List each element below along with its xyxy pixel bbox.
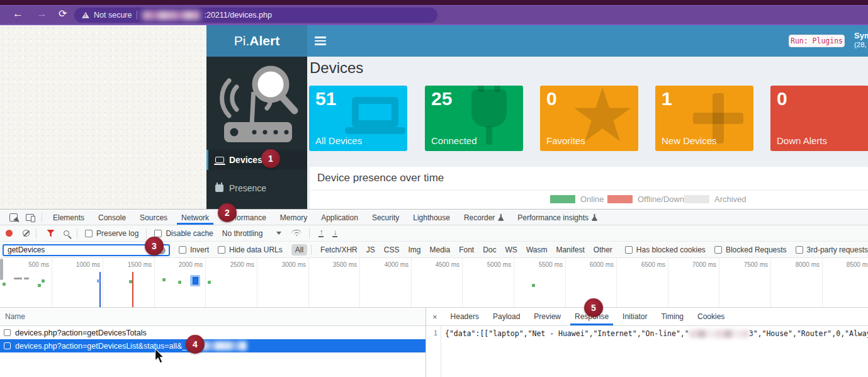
- flask-icon: [498, 214, 504, 221]
- filter-checkbox-invert[interactable]: Invert: [179, 245, 209, 254]
- small-blue-mark: [97, 279, 100, 283]
- laptop-icon: [215, 157, 224, 163]
- clear-icon[interactable]: [23, 230, 30, 237]
- reload-icon[interactable]: ⟳: [59, 8, 67, 20]
- network-conditions-icon[interactable]: [291, 230, 302, 237]
- chip-separator: [311, 245, 312, 255]
- checkbox-icon[interactable]: [179, 246, 186, 254]
- sync-status: Sym (28,: [854, 31, 868, 50]
- timeline-tick-label: 4500 ms: [415, 261, 459, 268]
- devtools-panel: ElementsConsoleSourcesNetworkPerformance…: [0, 209, 868, 377]
- tab-console[interactable]: Console: [91, 210, 133, 225]
- row-checkbox[interactable]: [4, 329, 11, 336]
- back-icon[interactable]: ←: [13, 8, 23, 20]
- summary-card-down-alerts[interactable]: 0Down Alerts: [770, 86, 868, 151]
- row-checkbox[interactable]: [4, 342, 11, 349]
- requests-pane: Name devices.php?action=getDevicesTotals…: [0, 308, 426, 377]
- filter-chip-css[interactable]: CSS: [380, 244, 403, 256]
- filter-chip-ws[interactable]: WS: [502, 244, 521, 256]
- filter-chip-fetch-xhr[interactable]: Fetch/XHR: [317, 244, 361, 256]
- filter-chip-img[interactable]: Img: [404, 244, 424, 256]
- close-icon[interactable]: ×: [426, 308, 444, 325]
- card-value: 51: [315, 88, 336, 110]
- summary-card-new-devices[interactable]: 1New Devices: [655, 86, 753, 151]
- tab-recorder[interactable]: Recorder: [457, 210, 510, 225]
- throttling-select[interactable]: No throttling: [222, 229, 263, 238]
- filter-checkbox-3rd-party-requests[interactable]: 3rd-party requests: [796, 245, 868, 254]
- request-mark: [532, 284, 535, 287]
- detail-tab-preview[interactable]: Preview: [527, 308, 568, 325]
- forward-icon[interactable]: →: [37, 8, 47, 20]
- timeline-gridline: [668, 258, 668, 307]
- tab-sources[interactable]: Sources: [133, 210, 174, 225]
- device-toolbar-icon[interactable]: [21, 210, 38, 225]
- checkbox-icon[interactable]: [714, 246, 722, 254]
- request-row[interactable]: devices.php?action=getDevicesTotals: [0, 326, 426, 339]
- detail-tab-payload[interactable]: Payload: [486, 308, 527, 325]
- pialert-logo[interactable]: Pi.Alert: [206, 25, 307, 57]
- timeline-gridline: [103, 258, 103, 307]
- response-viewer[interactable]: 1 {"data":[["laptop","Net - Huawei","Int…: [426, 326, 868, 377]
- filter-checkbox-hide-data-urls[interactable]: Hide data URLs: [218, 245, 283, 254]
- overview-scroll-handle[interactable]: [0, 259, 3, 280]
- checkbox-icon[interactable]: [796, 246, 803, 254]
- filter-chip-js[interactable]: JS: [363, 244, 379, 256]
- import-har-icon[interactable]: ↑: [318, 229, 324, 237]
- filter-checkbox-blocked-requests[interactable]: Blocked Requests: [714, 245, 787, 254]
- filter-chip-other[interactable]: Other: [590, 244, 616, 256]
- request-row[interactable]: devices.php?action=getDevicesList&status…: [0, 339, 426, 352]
- flask-icon: [592, 214, 597, 221]
- summary-card-favorites[interactable]: ★0Favorites: [540, 86, 638, 151]
- filter-chip-all[interactable]: All: [291, 244, 307, 256]
- tab-lighthouse[interactable]: Lighthouse: [406, 210, 457, 225]
- filter-checkbox-has-blocked-cookies[interactable]: Has blocked cookies: [625, 245, 706, 254]
- tab-label: Console: [98, 213, 126, 222]
- redacted-response-data: [689, 330, 749, 338]
- disable-cache-checkbox[interactable]: [154, 230, 162, 237]
- summary-card-connected[interactable]: 25Connected: [425, 86, 523, 151]
- card-label: New Devices: [662, 135, 717, 146]
- checkbox-icon[interactable]: [218, 246, 225, 254]
- filter-chip-wasm[interactable]: Wasm: [522, 244, 551, 256]
- checkbox-label: 3rd-party requests: [807, 245, 868, 254]
- search-icon[interactable]: [64, 230, 69, 236]
- filter-funnel-icon[interactable]: [47, 230, 55, 237]
- annotation-badge-3: 3: [145, 237, 164, 256]
- network-filter-row: getDevices ✕ InvertHide data URLsAllFetc…: [0, 242, 868, 258]
- inspect-element-icon[interactable]: [5, 210, 21, 225]
- checkbox-icon[interactable]: [625, 246, 633, 254]
- tab-security[interactable]: Security: [365, 210, 406, 225]
- filter-chip-font[interactable]: Font: [455, 244, 478, 256]
- filter-chip-manifest[interactable]: Manifest: [552, 244, 588, 256]
- sidebar-item-devices[interactable]: Devices: [206, 150, 307, 170]
- timeline-tick-label: 8000 ms: [775, 261, 820, 268]
- tab-memory[interactable]: Memory: [273, 210, 314, 225]
- card-value: 0: [546, 88, 557, 110]
- requests-column-header[interactable]: Name: [0, 308, 426, 326]
- presence-panel-title: Device presence over time: [317, 172, 444, 184]
- tab-application[interactable]: Application: [314, 210, 365, 225]
- tab-label: Network: [181, 213, 209, 222]
- detail-tab-timing[interactable]: Timing: [654, 308, 690, 325]
- preserve-log-checkbox[interactable]: [85, 230, 93, 237]
- record-icon[interactable]: [6, 230, 13, 237]
- filter-chip-doc[interactable]: Doc: [479, 244, 500, 256]
- tab-network[interactable]: Network: [174, 210, 216, 225]
- sidebar-item-presence[interactable]: Presence: [206, 178, 307, 198]
- timeline-tick-label: 3500 ms: [313, 261, 357, 268]
- run-plugins-button[interactable]: Run: Plugins: [789, 35, 845, 47]
- export-har-icon[interactable]: ↓: [332, 229, 337, 237]
- tab-elements[interactable]: Elements: [46, 210, 91, 225]
- detail-tab-cookies[interactable]: Cookies: [690, 308, 731, 325]
- address-bar[interactable]: Not secure :20211/devices.php: [74, 8, 437, 23]
- request-mark: [162, 278, 166, 281]
- filter-chip-media[interactable]: Media: [426, 244, 454, 256]
- detail-tab-initiator[interactable]: Initiator: [616, 308, 654, 325]
- chevron-down-icon[interactable]: [276, 232, 281, 235]
- summary-card-all-devices[interactable]: 51All Devices: [309, 86, 407, 151]
- network-overview-timeline[interactable]: 500 ms1000 ms1500 ms2000 ms2500 ms3000 m…: [0, 258, 868, 308]
- detail-tab-headers[interactable]: Headers: [444, 308, 486, 325]
- timeline-gridline: [154, 258, 155, 307]
- tab-performance-insights[interactable]: Performance insights: [510, 210, 604, 225]
- hamburger-menu-icon[interactable]: [315, 37, 326, 45]
